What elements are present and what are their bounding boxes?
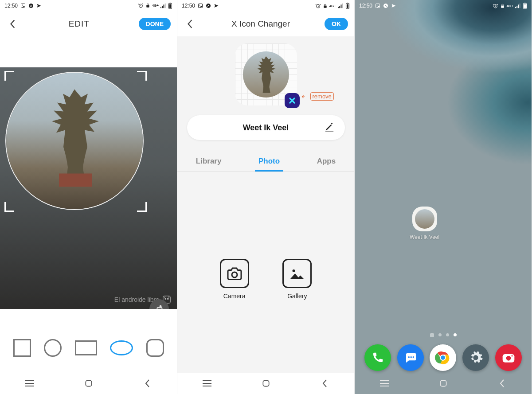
tabs: Library Photo Apps	[177, 152, 354, 172]
svg-rect-33	[263, 380, 269, 386]
svg-rect-4	[146, 5, 149, 8]
svg-rect-16	[157, 308, 162, 309]
lock-icon	[145, 3, 150, 8]
page-indicator[interactable]	[355, 333, 532, 337]
network-4g-icon: 4G+	[152, 4, 159, 8]
svg-point-48	[412, 356, 414, 358]
ok-button[interactable]: OK	[325, 18, 348, 30]
signal-icon	[160, 3, 166, 8]
crop-handle-br[interactable]	[137, 202, 147, 212]
status-time: 12:50	[4, 3, 18, 9]
lock-icon	[323, 3, 328, 9]
page-dot	[438, 333, 442, 336]
crop-circle[interactable]	[6, 73, 143, 209]
tab-apps[interactable]: Apps	[313, 152, 340, 172]
screen-icon-changer: 12:50 4G+ X Icon Changer OK	[177, 0, 355, 394]
page-dot	[446, 333, 449, 336]
nav-back[interactable]	[496, 377, 509, 390]
image-icon	[375, 3, 380, 8]
alarm-icon	[315, 3, 321, 9]
tab-photo[interactable]: Photo	[255, 152, 283, 172]
svg-rect-39	[515, 7, 516, 8]
home-shortcut[interactable]: Weet Ik Veel	[410, 207, 439, 240]
crop-stage[interactable]: El androide libre	[0, 67, 177, 309]
svg-rect-26	[342, 4, 343, 8]
shape-squircle[interactable]	[146, 339, 164, 357]
shape-picker	[0, 323, 177, 373]
alarm-icon	[138, 3, 144, 8]
svg-point-47	[410, 356, 412, 358]
source-gallery[interactable]: Gallery	[282, 259, 312, 300]
icon-preview[interactable]	[235, 43, 297, 105]
send-icon	[214, 3, 219, 8]
tab-library[interactable]: Library	[192, 152, 225, 172]
source-camera[interactable]: Camera	[220, 259, 249, 300]
shape-oval[interactable]	[110, 340, 133, 355]
svg-rect-38	[501, 5, 504, 8]
shape-circle[interactable]	[44, 339, 62, 357]
battery-icon	[523, 3, 527, 9]
svg-rect-25	[341, 4, 342, 8]
alarm-icon	[493, 3, 498, 9]
page-dot-active	[454, 333, 457, 336]
crop-handle-bl[interactable]	[4, 202, 14, 212]
send-icon	[391, 3, 396, 8]
nav-recents[interactable]	[378, 377, 391, 390]
back-button[interactable]	[6, 17, 20, 31]
dock-app-camera[interactable]	[495, 344, 522, 371]
status-bar: 12:50 4G+	[0, 0, 177, 12]
crop-handle-tl[interactable]	[4, 71, 14, 81]
gargoyle-silhouette	[250, 55, 282, 94]
nav-back[interactable]	[141, 377, 154, 390]
svg-point-35	[377, 5, 378, 6]
status-time: 12:50	[359, 3, 372, 9]
nav-recents[interactable]	[201, 377, 213, 390]
nav-home[interactable]	[260, 377, 272, 390]
app-bar: EDIT DONE	[0, 12, 177, 36]
svg-rect-28	[347, 4, 348, 8]
shape-rectangle[interactable]	[75, 340, 97, 355]
send-icon	[36, 3, 42, 8]
close-circle-icon	[383, 3, 388, 8]
shape-square[interactable]	[13, 339, 31, 357]
app-name-text: Weet Ik Veel	[243, 123, 289, 133]
status-bar: 12:50 4G+	[355, 0, 532, 12]
system-nav	[0, 373, 177, 394]
svg-rect-10	[169, 4, 171, 8]
signal-icon	[338, 3, 344, 8]
dock-app-messages[interactable]	[397, 344, 424, 371]
back-button[interactable]	[184, 17, 197, 31]
svg-rect-11	[170, 3, 171, 3]
nav-back[interactable]	[319, 377, 331, 390]
svg-rect-29	[347, 3, 348, 3]
dock-app-chrome[interactable]	[430, 344, 456, 371]
svg-point-15	[167, 298, 168, 300]
nav-recents[interactable]	[23, 377, 36, 390]
signal-icon	[515, 3, 521, 8]
shortcut-label: Weet Ik Veel	[410, 234, 439, 240]
nav-home[interactable]	[437, 377, 450, 390]
crop-handle-tr[interactable]	[137, 71, 147, 81]
page-title: X Icon Changer	[197, 19, 325, 29]
nav-home[interactable]	[82, 377, 95, 390]
dock-app-settings[interactable]	[462, 344, 489, 371]
remove-button[interactable]: remove	[301, 92, 334, 101]
gallery-label: Gallery	[287, 293, 307, 300]
lock-icon	[500, 3, 505, 9]
pencil-icon	[325, 122, 334, 133]
screen-home: 12:50 4G+ Weet Ik Veel	[355, 0, 532, 394]
svg-point-46	[408, 356, 410, 358]
status-time: 12:50	[182, 3, 195, 9]
svg-rect-7	[164, 4, 164, 8]
close-circle-icon	[28, 3, 34, 8]
network-4g-icon: 4G+	[507, 4, 513, 8]
dock-app-phone[interactable]	[364, 344, 391, 371]
svg-point-19	[200, 5, 200, 6]
svg-point-1	[22, 4, 23, 5]
close-circle-icon	[206, 3, 211, 8]
done-button[interactable]: DONE	[139, 18, 171, 30]
system-nav	[355, 373, 532, 394]
svg-rect-6	[162, 6, 163, 8]
screen-edit: 12:50 4G+ EDIT DONE	[0, 0, 177, 394]
app-name-field[interactable]: Weet Ik Veel	[187, 115, 345, 140]
